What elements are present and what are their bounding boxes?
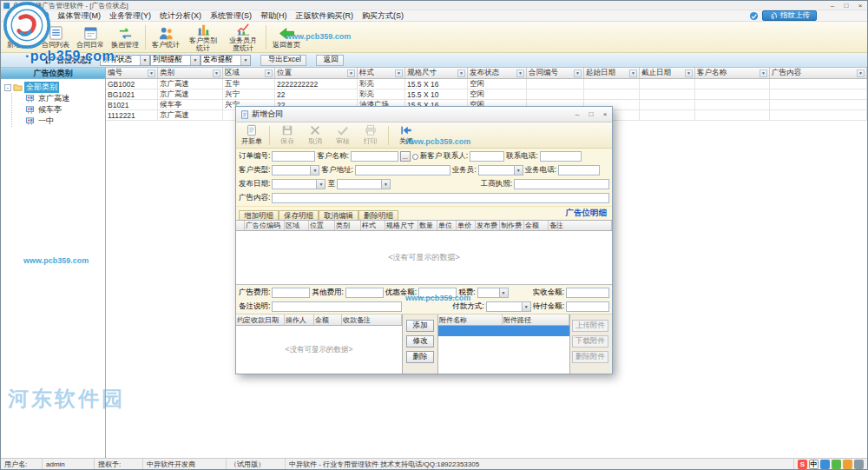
filter-dropdown-icon[interactable]: ▼ <box>213 70 220 77</box>
sogou-icon[interactable]: S <box>798 460 807 469</box>
minimize-button[interactable]: – <box>825 1 839 10</box>
received-input[interactable] <box>566 288 609 298</box>
business-phone-input[interactable] <box>558 165 600 175</box>
tray-app-blue-icon[interactable] <box>820 460 830 469</box>
contact-phone-input[interactable] <box>540 151 582 162</box>
tree-root-item[interactable]: -全部类别 <box>4 82 105 93</box>
expiry-reminder-select[interactable]: 到期提醒▼ <box>150 55 201 66</box>
add-payment-button[interactable]: 添加 <box>406 320 434 332</box>
input-method-icon[interactable]: 中 <box>809 460 819 469</box>
dialog-minimize-button[interactable]: – <box>570 107 584 122</box>
new-document-button[interactable]: 开新单 <box>241 124 262 146</box>
column-header-9[interactable]: 起始日期▼ <box>584 68 640 78</box>
export-excel-button[interactable]: 导出Excel <box>260 55 306 66</box>
menu-item-3[interactable]: 业务管理(Y) <box>105 10 155 22</box>
home-button[interactable]: 返回首页 <box>269 23 304 52</box>
back-button[interactable]: 返回 <box>316 55 344 66</box>
filter-dropdown-icon[interactable]: ▼ <box>629 70 637 77</box>
table-cell: 京广高速 <box>158 89 223 99</box>
contract-list-button[interactable]: 合同列表 <box>38 23 73 52</box>
filter-dropdown-icon[interactable]: ▼ <box>457 70 465 77</box>
tree-item-2[interactable]: 候车亭 <box>25 104 105 116</box>
menu-item-2[interactable]: 媒体管理(M) <box>54 10 106 22</box>
tray-app-gray-icon[interactable] <box>854 460 864 469</box>
filter-dropdown-icon[interactable]: ▼ <box>265 70 273 77</box>
customer-category-stats-button[interactable]: 客户类别统计 <box>183 23 223 52</box>
publish-reminder-select[interactable]: 发布提醒▼ <box>201 55 251 66</box>
filter-dropdown-icon[interactable]: ▼ <box>148 70 155 77</box>
column-header-6[interactable]: 规格尺寸▼ <box>405 68 468 78</box>
customer-browse-button[interactable]: ... <box>400 151 411 162</box>
filter-dropdown-icon[interactable]: ▼ <box>395 70 403 77</box>
maximize-button[interactable]: □ <box>839 1 853 10</box>
publish-date-to-select[interactable]: ▼ <box>337 179 391 189</box>
column-header-10[interactable]: 截止日期▼ <box>640 68 695 78</box>
customer-stats-button[interactable]: 客户统计 <box>148 23 183 52</box>
dialog-close-button[interactable]: × <box>598 107 612 122</box>
pending-input[interactable] <box>566 301 609 312</box>
other-fee-input[interactable] <box>345 288 384 298</box>
license-input[interactable] <box>514 179 609 189</box>
column-header-7[interactable]: 发布状态▼ <box>468 68 527 78</box>
connect-icon <box>749 11 759 21</box>
column-header-1[interactable]: 编号▼ <box>106 68 158 78</box>
menu-item-4[interactable]: 统计分析(X) <box>155 10 206 22</box>
menu-item-7[interactable]: 正版软件购买(R) <box>292 10 358 22</box>
tree-item-3[interactable]: 一中 <box>25 116 105 127</box>
salesman-select[interactable]: ▼ <box>478 165 523 175</box>
filter-dropdown-icon[interactable]: ▼ <box>685 70 693 77</box>
filter-dropdown-icon[interactable]: ▼ <box>347 70 355 77</box>
ad-content-label: 广告内容: <box>239 193 270 203</box>
contract-daily-button[interactable]: 合同日常 <box>73 23 108 52</box>
column-header-8[interactable]: 合同编号▼ <box>527 68 584 78</box>
filter-dropdown-icon[interactable]: ▼ <box>760 70 767 77</box>
column-header-2[interactable]: 类别▼ <box>158 68 223 78</box>
customer-type-select[interactable]: ▼ <box>272 165 319 175</box>
tax-select[interactable]: ▼ <box>477 288 509 298</box>
filter-dropdown-icon[interactable]: ▼ <box>857 70 865 77</box>
customer-name-input[interactable] <box>351 151 398 162</box>
ad-content-input[interactable] <box>272 193 609 203</box>
tray-app-green-icon[interactable] <box>832 460 841 469</box>
fingerprint-upload-label: 指纹上传 <box>780 10 810 21</box>
column-header-12[interactable]: 广告内容▼ <box>770 68 867 78</box>
dialog-toolbar-button-label: 保存 <box>280 136 294 146</box>
delete-payment-button[interactable]: 删除 <box>406 351 434 363</box>
column-header-11[interactable]: 客户名称▼ <box>695 68 770 78</box>
menu-item-1[interactable]: 基础管理(D) <box>3 10 54 22</box>
close-button[interactable]: × <box>853 1 867 10</box>
dialog-maximize-button[interactable]: □ <box>584 107 598 122</box>
pay-method-select[interactable]: ▼ <box>486 301 531 312</box>
table-row[interactable]: BG1021京广高速兴宁22彩亮15.5 X 10空闲 <box>106 89 867 100</box>
column-header-4[interactable]: 位置▼ <box>275 68 358 78</box>
tree-expander-icon[interactable]: - <box>4 84 11 91</box>
filter-dropdown-icon[interactable]: ▼ <box>516 70 524 77</box>
ad-fee-input[interactable] <box>272 288 310 298</box>
swap-management-button[interactable]: 换画管理 <box>108 23 142 52</box>
menu-item-6[interactable]: 帮助(H) <box>256 10 292 22</box>
close-dialog-button[interactable]: 关闭 <box>396 124 417 146</box>
menu-item-8[interactable]: 购买方式(S) <box>358 10 408 22</box>
column-header-5[interactable]: 样式▼ <box>358 68 405 78</box>
column-header-label: 起始日期 <box>586 68 615 78</box>
attachment-selected-row[interactable] <box>438 326 569 336</box>
table-cell <box>695 89 770 99</box>
column-header-3[interactable]: 区域▼ <box>223 68 275 78</box>
filter-dropdown-icon[interactable]: ▼ <box>574 70 582 77</box>
menu-item-5[interactable]: 系统管理(S) <box>206 10 256 22</box>
publish-date-from-select[interactable]: ▼ <box>272 179 326 189</box>
discount-input[interactable] <box>418 288 457 298</box>
new-customer-radio[interactable]: 新客户 <box>412 151 443 162</box>
status-filter-select[interactable]: 所有状态▼ <box>100 55 150 66</box>
table-row[interactable]: GB1002京广高速五华2222222222彩亮15.5 X 16空闲 <box>106 79 867 89</box>
salesman-monthly-stats-button[interactable]: 业务员月度统计 <box>223 23 263 52</box>
fingerprint-upload-button[interactable]: 指纹上传 <box>762 10 817 21</box>
edit-payment-button[interactable]: 修改 <box>406 335 434 348</box>
tree-item-1[interactable]: 京广高速 <box>25 93 105 104</box>
remark-input[interactable] <box>272 301 402 312</box>
contact-input[interactable] <box>470 151 504 162</box>
tray-app-orange-icon[interactable] <box>843 460 852 469</box>
order-no-input[interactable] <box>272 151 315 162</box>
customer-addr-input[interactable] <box>355 165 450 175</box>
new-contract-button[interactable]: 新增合同 <box>3 23 38 52</box>
